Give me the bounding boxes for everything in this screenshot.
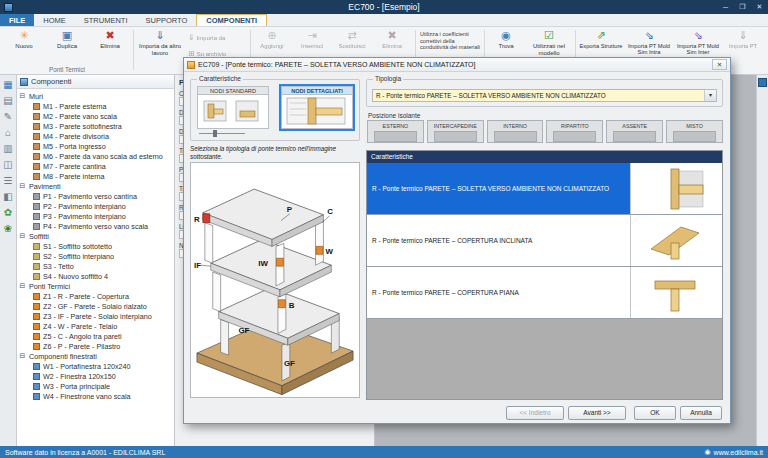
posizione-misto-button[interactable]: MISTO: [666, 120, 723, 143]
grid-icon[interactable]: ▦: [2, 78, 15, 91]
close-button[interactable]: ✕: [751, 0, 768, 14]
indietro-button[interactable]: << Indietro: [506, 406, 564, 420]
coefficienti-toggle[interactable]: Utilizza i coefficienti correttivi della…: [420, 31, 480, 51]
panel-icon[interactable]: ◧: [2, 190, 15, 203]
tree-section-pavimenti[interactable]: ⊟Pavimenti: [19, 181, 174, 191]
importa-da-button[interactable]: ⇓ Importa da: [188, 33, 246, 42]
tree-item[interactable]: Z6 - P - Parete - Pilastro: [19, 341, 174, 351]
minimize-button[interactable]: ─: [717, 0, 734, 14]
list-header: Caratteristiche: [367, 151, 722, 163]
columns-icon[interactable]: ◫: [2, 158, 15, 171]
tree-item[interactable]: M6 - Parete da vano scala ad esterno: [19, 151, 174, 161]
elimina2-button[interactable]: ✖ Elimina: [373, 29, 411, 50]
menu-icon[interactable]: ☰: [2, 174, 15, 187]
tree-item[interactable]: S1 - Soffitto sottotetto: [19, 241, 174, 251]
chevron-down-icon[interactable]: ▾: [704, 90, 716, 101]
dialog-close-button[interactable]: ✕: [712, 59, 727, 70]
tree-item[interactable]: S4 - Nuovo soffitto 4: [19, 271, 174, 281]
tree-item[interactable]: W4 - Finestrone vano scala: [19, 391, 174, 401]
importa-pt-inter-button[interactable]: ⇘ Importa PT Mold Sim Inter: [674, 29, 722, 56]
tab-componenti[interactable]: COMPONENTI: [196, 14, 267, 26]
posizione-ripartito-button[interactable]: RIPARTITO: [546, 120, 603, 143]
wall-icon: [33, 153, 40, 160]
tipologia-combobox[interactable]: R - Ponte termico PARETE – SOLETTA VERSO…: [372, 89, 717, 102]
tab-supporto[interactable]: SUPPORTO: [137, 14, 197, 26]
maximize-button[interactable]: ❐: [734, 0, 751, 14]
table-icon[interactable]: ▥: [2, 142, 15, 155]
tree-item[interactable]: M5 - Porta ingresso: [19, 141, 174, 151]
tree-item[interactable]: Z5 - C - Angolo tra pareti: [19, 331, 174, 341]
ok-button[interactable]: OK: [634, 406, 676, 420]
zoom-slider[interactable]: [199, 129, 245, 137]
esporta-strutture-button[interactable]: ⇗ Esporta Strutture: [578, 29, 624, 49]
tree-item[interactable]: S2 - Soffitto interpiano: [19, 251, 174, 261]
list-row[interactable]: R - Ponte termico PARETE – COPERTURA INC…: [367, 215, 722, 267]
importa-pt-intra-button[interactable]: ⇘ Importa PT Mold Sim Intra: [625, 29, 673, 56]
slider-handle[interactable]: [213, 130, 217, 137]
collapse-icon[interactable]: ⊟: [19, 92, 26, 100]
window-icon: [33, 393, 40, 400]
posizione-esterno-button[interactable]: ESTERNO: [367, 120, 424, 143]
collapse-icon[interactable]: ⊟: [19, 352, 26, 360]
list-row[interactable]: R - Ponte termico PARETE – SOLETTA VERSO…: [367, 163, 722, 215]
nuovo-button[interactable]: ✳ Nuovo: [4, 29, 44, 50]
posizione-interno-button[interactable]: INTERNO: [487, 120, 544, 143]
utilizzati-button[interactable]: ☑ Utilizzati nel modello: [527, 29, 571, 56]
tree-item[interactable]: P4 - Pavimento verso vano scala: [19, 221, 174, 231]
tree-item[interactable]: M3 - Parete sottofinestra: [19, 121, 174, 131]
tree-item[interactable]: Z2 - GF - Parete - Solaio rialzato: [19, 301, 174, 311]
tree-item[interactable]: M2 - Parete vano scala: [19, 111, 174, 121]
tree-item[interactable]: M4 - Parete divisoria: [19, 131, 174, 141]
building-diagram[interactable]: R P C W IW IF B GF GF: [190, 162, 360, 398]
elimina-button[interactable]: ✖ Elimina: [90, 29, 130, 50]
tree-section-soffitti[interactable]: ⊟Soffitti: [19, 231, 174, 241]
inserisci-button[interactable]: ⇥ Inserisci: [293, 29, 331, 50]
leaf-icon[interactable]: ✿: [2, 206, 15, 219]
tree-item[interactable]: P3 - Pavimento interpiano: [19, 211, 174, 221]
pencil-icon[interactable]: ✎: [2, 110, 15, 123]
home-icon[interactable]: ⌂: [2, 126, 15, 139]
tree-item[interactable]: S3 - Tetto: [19, 261, 174, 271]
nodi-dettagliati-option[interactable]: NODI DETTAGLIATI: [281, 86, 353, 129]
tab-file[interactable]: FILE: [0, 14, 34, 26]
collapse-icon[interactable]: ⊟: [19, 182, 26, 190]
tree-item[interactable]: M7 - Parete cantina: [19, 161, 174, 171]
nodi-standard-option[interactable]: NODI STANDARD: [197, 86, 269, 129]
tree-item[interactable]: M1 - Parete esterna: [19, 101, 174, 111]
tree-section-componenti-finestrati[interactable]: ⊟Componenti finestrati: [19, 351, 174, 361]
annulla-button[interactable]: Annulla: [680, 406, 722, 420]
duplica-button[interactable]: ▣ Duplica: [47, 29, 87, 50]
tree-section-ponti-termici[interactable]: ⊟Ponti Termici: [19, 281, 174, 291]
layers-icon[interactable]: ▤: [2, 94, 15, 107]
marker-R: [203, 214, 210, 223]
help-panel-icon[interactable]: [758, 78, 767, 87]
thermal-bridge-icon: [33, 343, 40, 350]
posizione-intercapedine-button[interactable]: INTERCAPEDINE: [427, 120, 484, 143]
tree-item[interactable]: P1 - Pavimento verso cantina: [19, 191, 174, 201]
replace-icon: ⇄: [347, 29, 356, 42]
posizione-assente-button[interactable]: ASSENTE: [606, 120, 663, 143]
tree-item[interactable]: W1 - Portafinestra 120x240: [19, 361, 174, 371]
importa-pt-button[interactable]: ⇓ Importa PT: [723, 29, 763, 49]
floor-icon: [33, 193, 40, 200]
tab-home[interactable]: HOME: [34, 14, 75, 26]
sostituisci-button[interactable]: ⇄ Sostituisci: [333, 29, 371, 50]
tree-item[interactable]: M8 - Parete interna: [19, 171, 174, 181]
tree-item[interactable]: P2 - Pavimento interpiano: [19, 201, 174, 211]
importa-da-altro-lavoro-button[interactable]: ⇓ Importa da altro lavoro: [136, 29, 184, 56]
tree-item[interactable]: Z4 - W - Parete - Telaio: [19, 321, 174, 331]
tree-item[interactable]: W3 - Porta principale: [19, 381, 174, 391]
trova-button[interactable]: ◉ Trova: [487, 29, 525, 50]
tree-item[interactable]: W2 - Finestra 120x150: [19, 371, 174, 381]
tree-item[interactable]: Z3 - IF - Parete - Solaio interpiano: [19, 311, 174, 321]
tree-item[interactable]: Z1 - R - Parete - Copertura: [19, 291, 174, 301]
tree-section-muri[interactable]: ⊟Muri: [19, 91, 174, 101]
collapse-icon[interactable]: ⊟: [19, 232, 26, 240]
list-row[interactable]: R - Ponte termico PARETE – COPERTURA PIA…: [367, 267, 722, 319]
avanti-button[interactable]: Avanti >>: [568, 406, 626, 420]
tab-strumenti[interactable]: STRUMENTI: [75, 14, 137, 26]
collapse-icon[interactable]: ⊟: [19, 282, 26, 290]
flower-icon[interactable]: ❀: [2, 222, 15, 235]
aggiungi-button[interactable]: ⊕ Aggiungi: [253, 29, 291, 50]
website-link[interactable]: www.edilclima.it: [714, 449, 763, 456]
